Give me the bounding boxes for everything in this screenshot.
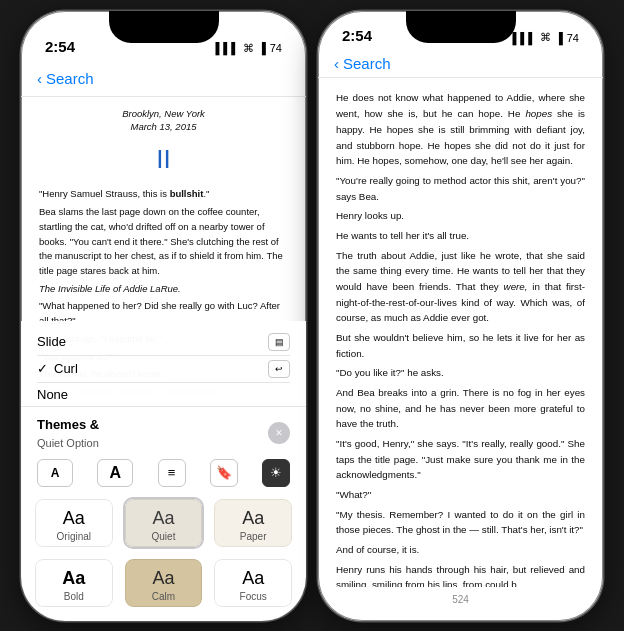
- close-button[interactable]: ×: [268, 422, 290, 444]
- read-para-12: And of course, it is.: [336, 542, 585, 558]
- theme-calm-aa: Aa: [152, 568, 174, 589]
- slide-label: Slide: [37, 334, 66, 349]
- back-button-left[interactable]: ‹ Search: [37, 70, 94, 87]
- read-para-9: "It's good, Henry," she says. "It's real…: [336, 436, 585, 483]
- nav-bar-left: ‹ Search: [21, 61, 306, 97]
- read-para-7: "Do you like it?" he asks.: [336, 365, 585, 381]
- theme-paper-aa: Aa: [242, 508, 264, 529]
- read-para-5: The truth about Addie, just like he wrot…: [336, 248, 585, 326]
- wifi-icon: ⌘: [243, 42, 254, 55]
- signal-icon: ▌▌▌: [216, 42, 239, 54]
- wifi-icon-right: ⌘: [540, 31, 551, 44]
- checkmark-icon: ✓: [37, 361, 48, 376]
- back-label-right: Search: [343, 55, 391, 72]
- book-para-3: The Invisible Life of Addie LaRue.: [39, 282, 288, 297]
- theme-original-aa: Aa: [63, 508, 85, 529]
- options-row: A A ≡ 🔖 ☀: [21, 455, 306, 493]
- back-chevron-icon-right: ‹: [334, 55, 339, 72]
- none-label: None: [37, 387, 68, 402]
- notch: [109, 11, 219, 43]
- none-row[interactable]: None: [37, 382, 290, 402]
- themes-subtitle: Quiet Option: [37, 437, 99, 449]
- status-icons-left: ▌▌▌ ⌘ ▐ 74: [216, 42, 282, 55]
- back-chevron-icon: ‹: [37, 70, 42, 87]
- nav-bar-right: ‹ Search: [318, 50, 603, 78]
- time-left: 2:54: [45, 38, 75, 55]
- themes-header: Themes & Quiet Option ×: [21, 407, 306, 455]
- signal-icon-right: ▌▌▌: [513, 32, 536, 44]
- animation-list: Slide ▤ ✓ Curl ↩ None: [21, 321, 306, 407]
- theme-quiet-aa: Aa: [152, 508, 174, 529]
- read-para-13: Henry runs his hands through his hair, b…: [336, 562, 585, 588]
- read-para-10: "What?": [336, 487, 585, 503]
- font-small-label: A: [51, 466, 60, 480]
- book-location: Brooklyn, New YorkMarch 13, 2015: [39, 107, 288, 134]
- theme-calm-name: Calm: [152, 591, 175, 602]
- book-para-1: "Henry Samuel Strauss, this is bullshit.…: [39, 187, 288, 202]
- brightness-button[interactable]: ☀: [262, 459, 290, 487]
- theme-focus[interactable]: Aa Focus: [212, 557, 294, 609]
- status-icons-right: ▌▌▌ ⌘ ▐ 74: [513, 31, 579, 44]
- right-phone: 2:54 ▌▌▌ ⌘ ▐ 74 ‹ Search He does not kno…: [318, 11, 603, 621]
- curl-label: Curl: [54, 361, 78, 376]
- font-large-button[interactable]: A: [97, 459, 133, 487]
- time-right: 2:54: [342, 27, 372, 44]
- theme-paper[interactable]: Aa Paper: [212, 497, 294, 549]
- page-number: 524: [318, 588, 603, 621]
- themes-grid: Aa Original Aa Quiet Aa: [21, 493, 306, 621]
- battery-icon: ▐: [258, 42, 266, 54]
- read-para-2: "You're really going to method actor thi…: [336, 173, 585, 204]
- theme-bold[interactable]: Aa Bold: [33, 557, 115, 609]
- text-align-button[interactable]: ≡: [158, 459, 186, 487]
- back-button-right[interactable]: ‹ Search: [334, 55, 391, 72]
- read-para-11: "My thesis. Remember? I wanted to do it …: [336, 507, 585, 538]
- theme-bold-aa: Aa: [62, 568, 85, 589]
- curl-row[interactable]: ✓ Curl ↩: [37, 355, 290, 382]
- battery-icon-right: ▐: [555, 32, 563, 44]
- theme-calm[interactable]: Aa Calm: [123, 557, 205, 609]
- animation-header: Slide ▤: [37, 329, 290, 355]
- themes-title: Themes &: [37, 417, 99, 432]
- brightness-icon: ☀: [270, 465, 282, 480]
- font-small-button[interactable]: A: [37, 459, 73, 487]
- bookmark-button[interactable]: 🔖: [210, 459, 238, 487]
- slide-icon: ▤: [268, 333, 290, 351]
- read-para-3: Henry looks up.: [336, 208, 585, 224]
- read-para-1: He does not know what happened to Addie,…: [336, 90, 585, 168]
- bookmark-icon: 🔖: [216, 465, 232, 480]
- battery-level-right: 74: [567, 32, 579, 44]
- theme-original[interactable]: Aa Original: [33, 497, 115, 549]
- theme-paper-name: Paper: [240, 531, 267, 542]
- curl-icon: ↩: [268, 360, 290, 378]
- panel-overlay: Slide ▤ ✓ Curl ↩ None: [21, 321, 306, 621]
- reading-content: He does not know what happened to Addie,…: [318, 78, 603, 587]
- theme-bold-name: Bold: [64, 591, 84, 602]
- text-align-icon: ≡: [168, 465, 176, 480]
- theme-quiet[interactable]: Aa Quiet: [123, 497, 205, 549]
- notch-right: [406, 11, 516, 43]
- book-para-2: Bea slams the last page down on the coff…: [39, 205, 288, 279]
- back-label-left: Search: [46, 70, 94, 87]
- theme-quiet-name: Quiet: [152, 531, 176, 542]
- theme-original-name: Original: [57, 531, 91, 542]
- read-para-8: And Bea breaks into a grin. There is no …: [336, 385, 585, 432]
- left-phone: 2:54 ▌▌▌ ⌘ ▐ 74 ‹ Search Brooklyn, New Y…: [21, 11, 306, 621]
- theme-focus-aa: Aa: [242, 568, 264, 589]
- read-para-6: But she wouldn't believe him, so he lets…: [336, 330, 585, 361]
- close-icon: ×: [275, 426, 282, 440]
- font-large-label: A: [109, 464, 121, 482]
- battery-level: 74: [270, 42, 282, 54]
- read-para-4: He wants to tell her it's all true.: [336, 228, 585, 244]
- theme-focus-name: Focus: [240, 591, 267, 602]
- chapter-number: II: [39, 139, 288, 179]
